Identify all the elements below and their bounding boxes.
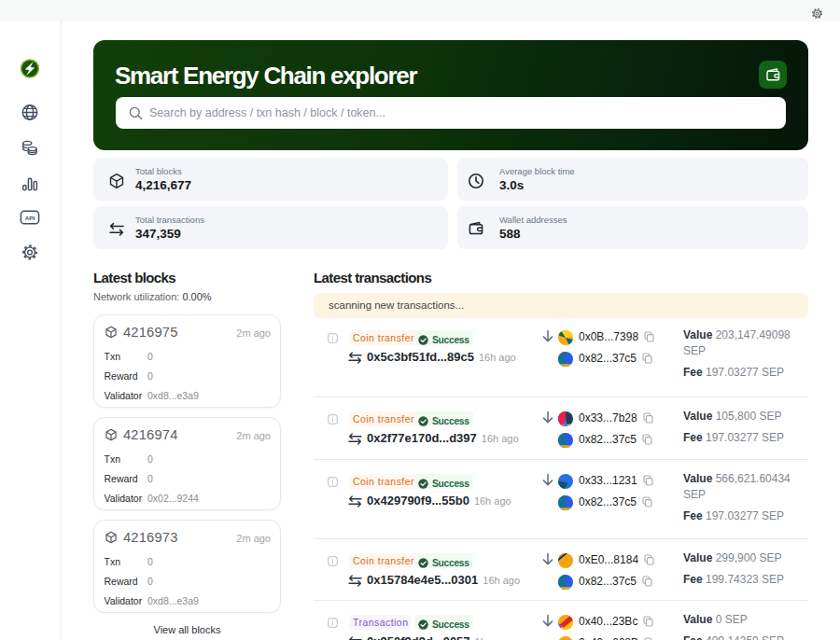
svg-text:API: API [24, 215, 35, 221]
